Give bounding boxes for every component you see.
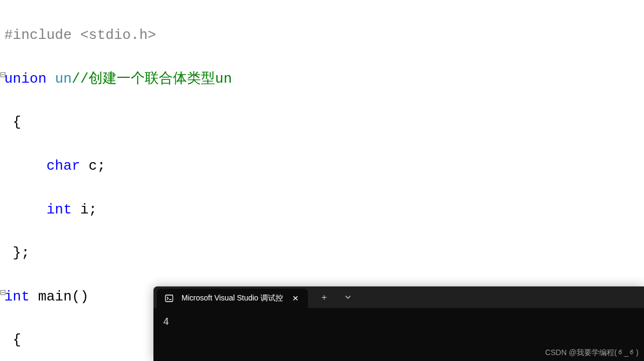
close-icon[interactable]: ✕ — [291, 294, 300, 303]
keyword-char: char — [46, 158, 80, 174]
terminal-tab-title: Microsoft Visual Studio 调试控 — [182, 293, 283, 303]
watermark-text: CSDN @我要学编程(ಥ_ಥ) — [545, 348, 639, 358]
new-tab-button[interactable]: ＋ — [312, 286, 336, 308]
comment-union: //创建一个联合体类型un — [72, 71, 232, 87]
type-un: un — [55, 71, 72, 87]
keyword-union: union — [4, 71, 46, 87]
fold-indicator[interactable]: ⊟ — [0, 68, 4, 83]
main-fn: main() — [30, 289, 89, 305]
svg-rect-0 — [165, 295, 173, 302]
terminal-tab-bar: Microsoft Visual Studio 调试控 ✕ ＋ — [153, 286, 644, 308]
terminal-output[interactable]: 4 — [153, 308, 644, 335]
keyword-int-main: int — [4, 289, 30, 305]
brace-open: { — [13, 114, 22, 130]
field-c: c; — [80, 158, 105, 174]
terminal-tab-active[interactable]: Microsoft Visual Studio 调试控 ✕ — [157, 289, 308, 308]
brace-close-semi: }; — [13, 245, 30, 261]
output-line: 4 — [163, 316, 169, 327]
tab-dropdown-button[interactable] — [336, 286, 360, 308]
preproc-include: #include <stdio.h> — [4, 27, 156, 43]
fold-indicator[interactable]: ⊟ — [0, 286, 4, 301]
main-open-brace: { — [13, 332, 22, 348]
terminal-icon — [164, 293, 174, 303]
field-i: i; — [72, 202, 97, 218]
keyword-int: int — [46, 202, 72, 218]
terminal-actions: ＋ — [312, 286, 360, 308]
